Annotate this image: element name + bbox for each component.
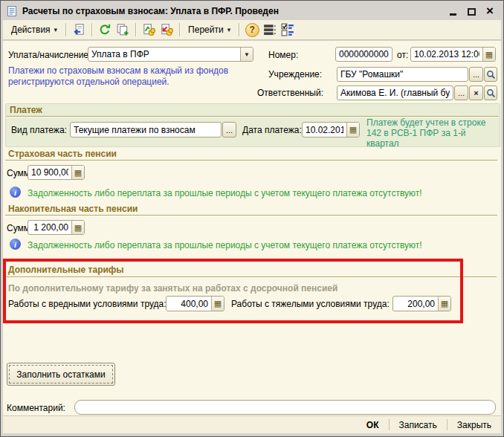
section-rule <box>5 276 497 277</box>
actions-menu-label: Действия <box>11 25 51 35</box>
info-icon: i <box>10 187 21 198</box>
magnifier-icon <box>486 70 496 80</box>
info-glyph: i <box>14 240 16 249</box>
copy-icon <box>116 23 129 36</box>
fill-remainders-label: Заполнить остатками <box>16 369 105 380</box>
help-icon: ? <box>245 23 259 37</box>
document-date-input[interactable] <box>411 48 482 61</box>
calendar-icon[interactable]: ▦ <box>346 123 359 137</box>
footer-separator <box>447 419 448 430</box>
reread-icon <box>72 23 85 36</box>
harmful-conditions-input[interactable] <box>167 297 211 311</box>
checkbox-settings-icon <box>281 23 294 36</box>
settings-button[interactable] <box>279 22 297 38</box>
titlebar: Расчеты по страховым взносам: Уплата в П… <box>2 2 502 19</box>
actions-menu-button[interactable]: Действия ▾ <box>7 22 62 37</box>
payment-date-field[interactable]: ▦ <box>302 122 360 137</box>
funded-amount-input[interactable] <box>28 221 71 234</box>
tariffs-section-title: Дополнительные тарифы <box>8 265 124 275</box>
funded-info-text: Задолженность либо переплата за прошлые … <box>28 240 422 250</box>
number-input[interactable] <box>336 48 392 61</box>
responsible-open-button[interactable] <box>484 85 497 100</box>
institution-field[interactable] <box>337 67 468 82</box>
close-window-button[interactable]: Закрыть <box>454 418 494 432</box>
funded-section-title: Накопительная часть пенсии <box>8 204 138 214</box>
toolbar-separator <box>135 23 136 36</box>
calculator-icon[interactable]: ▦ <box>438 297 450 311</box>
harmful-conditions-label: Работы с вредными условиями труда: <box>8 299 167 309</box>
number-field[interactable] <box>335 47 392 62</box>
responsible-field[interactable] <box>337 85 453 100</box>
date-from-label: от: <box>397 50 408 60</box>
chevron-down-icon: ▾ <box>54 26 58 33</box>
calendar-icon[interactable]: ▦ <box>482 48 495 61</box>
section-rule <box>7 116 499 117</box>
info-icon: i <box>10 239 21 250</box>
responsible-select-button[interactable]: ... <box>454 85 468 100</box>
fund-note-text: Платежи по страховым взносам в каждый из… <box>8 65 265 88</box>
fill-remainders-button[interactable]: Заполнить остатками <box>7 363 115 386</box>
unpost-document-icon <box>160 23 173 36</box>
minimize-icon <box>450 13 456 16</box>
heavy-conditions-field[interactable]: ▦ <box>392 296 451 311</box>
payment-kind-field[interactable] <box>70 122 222 137</box>
tariffs-subtitle: По дополнительному тарифу за занятых на … <box>8 283 337 294</box>
goto-menu-button[interactable]: Перейти ▾ <box>184 22 235 37</box>
institution-label: Учреждение: <box>268 69 322 80</box>
payment-kind-label: Вид платежа: <box>11 125 67 135</box>
document-icon <box>6 5 18 17</box>
responsible-input[interactable] <box>337 86 453 100</box>
heavy-conditions-input[interactable] <box>393 297 438 311</box>
institution-open-button[interactable] <box>484 67 497 82</box>
ellipsis-icon: ... <box>226 126 233 135</box>
calculator-icon[interactable]: ▦ <box>71 166 84 179</box>
toolbar-separator <box>179 23 180 36</box>
post-document-button[interactable] <box>140 22 158 38</box>
insurance-section-title: Страховая часть пенсии <box>8 149 117 159</box>
info-glyph: i <box>14 188 16 197</box>
help-glyph: ? <box>250 25 255 35</box>
funded-amount-field[interactable]: ▦ <box>28 220 85 235</box>
refresh-button[interactable] <box>96 22 114 38</box>
toolbar-separator <box>91 23 92 36</box>
toolbar-separator <box>65 23 66 36</box>
payment-date-input[interactable] <box>303 123 346 137</box>
save-button[interactable]: Записать <box>396 418 440 432</box>
close-button[interactable]: × <box>485 6 495 16</box>
reread-button[interactable] <box>70 22 88 38</box>
payment-section-title: Платеж <box>10 105 42 115</box>
minimize-button[interactable] <box>448 6 458 16</box>
insurance-amount-field[interactable]: ▦ <box>28 165 85 180</box>
clear-x-icon: × <box>474 88 478 97</box>
calculator-icon[interactable]: ▦ <box>71 221 84 234</box>
goto-menu-label: Перейти <box>188 25 224 35</box>
institution-input[interactable] <box>337 68 468 81</box>
insurance-amount-input[interactable] <box>28 166 71 179</box>
comment-input[interactable] <box>75 401 495 414</box>
calculator-icon[interactable]: ▦ <box>211 297 224 311</box>
toolbar: Действия ▾ <box>3 20 501 40</box>
copy-button[interactable] <box>114 22 132 38</box>
dropdown-arrow-icon[interactable]: ▼ <box>240 48 253 61</box>
maximize-button[interactable] <box>466 6 476 16</box>
help-button[interactable]: ? <box>243 22 261 38</box>
comment-field[interactable] <box>74 400 496 415</box>
comment-label: Комментарий: <box>7 403 65 413</box>
close-icon: × <box>486 6 494 16</box>
payment-hint-text: Платеж будет учтен в строке 142 в РСВ-1 … <box>366 117 500 149</box>
payment-kind-input[interactable] <box>71 123 221 137</box>
document-date-field[interactable]: ▦ <box>410 47 496 62</box>
payment-date-label: Дата платежа: <box>242 125 302 135</box>
payment-type-combobox[interactable]: ▼ <box>88 47 253 62</box>
window-title: Расчеты по страховым взносам: Уплата в П… <box>22 6 279 16</box>
payment-type-input[interactable] <box>88 48 240 61</box>
structure-button[interactable] <box>261 22 279 38</box>
institution-select-button[interactable]: ... <box>469 67 483 82</box>
ok-button[interactable]: ОК <box>364 418 382 432</box>
toolbar-separator <box>239 23 239 36</box>
responsible-label: Ответственный: <box>257 88 323 98</box>
unpost-document-button[interactable] <box>158 22 175 38</box>
responsible-clear-button[interactable]: × <box>469 85 483 100</box>
harmful-conditions-field[interactable]: ▦ <box>166 296 224 311</box>
payment-kind-select-button[interactable]: ... <box>222 122 236 137</box>
